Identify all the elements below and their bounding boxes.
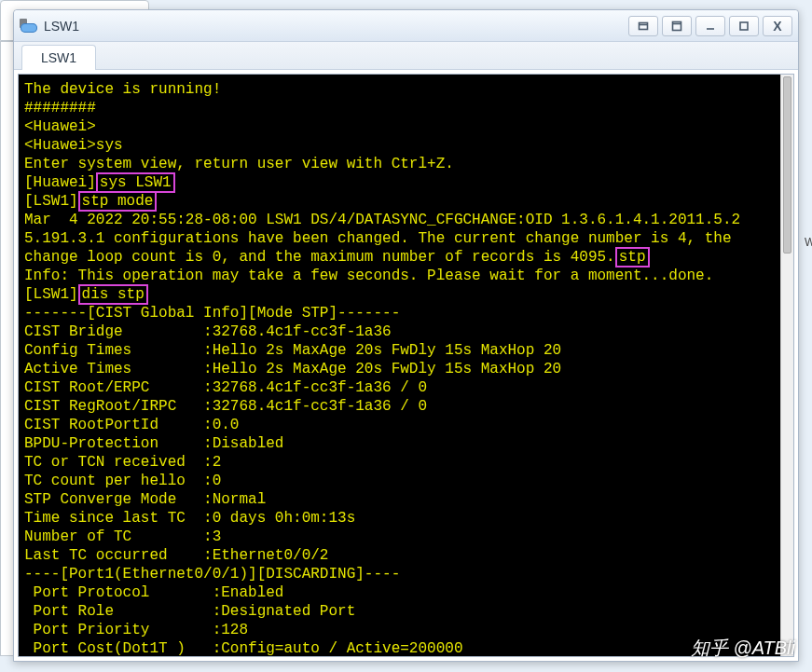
highlight-dis-stp: dis stp [78,284,148,305]
svg-rect-0 [640,22,648,29]
app-icon [20,17,38,35]
maximize-button[interactable] [729,16,759,36]
highlight-stp-mode: stp mode [78,191,158,212]
close-button[interactable]: X [763,16,792,36]
window-controls: X [628,16,792,36]
option-icon [671,21,682,32]
option-icon [638,21,649,32]
tab-bar: LSW1 [14,42,798,70]
bg-label-fragment: W2 [797,224,812,261]
minimize-icon [705,21,716,32]
window-option2-button[interactable] [662,16,692,36]
vertical-scrollbar[interactable] [780,75,793,643]
terminal-area[interactable]: The device is running! ######## <Huawei>… [18,74,794,657]
terminal-output: The device is running! ######## <Huawei>… [19,75,780,656]
maximize-icon [738,21,750,32]
scrollbar-thumb[interactable] [783,76,791,254]
scrollbar-corner [780,643,793,656]
bg-label-text: W2 [805,236,812,249]
terminal-window: LSW1 X LSW1 The device is running! #####… [13,9,799,662]
window-title: LSW1 [44,19,79,34]
close-icon: X [773,19,781,34]
window-option1-button[interactable] [628,16,658,36]
highlight-sys: sys LSW1 [96,172,175,193]
titlebar[interactable]: LSW1 X [14,10,798,42]
minimize-button[interactable] [695,16,725,36]
highlight-stp: stp [615,247,650,267]
svg-rect-5 [740,22,748,30]
tab-lsw1[interactable]: LSW1 [21,45,96,70]
